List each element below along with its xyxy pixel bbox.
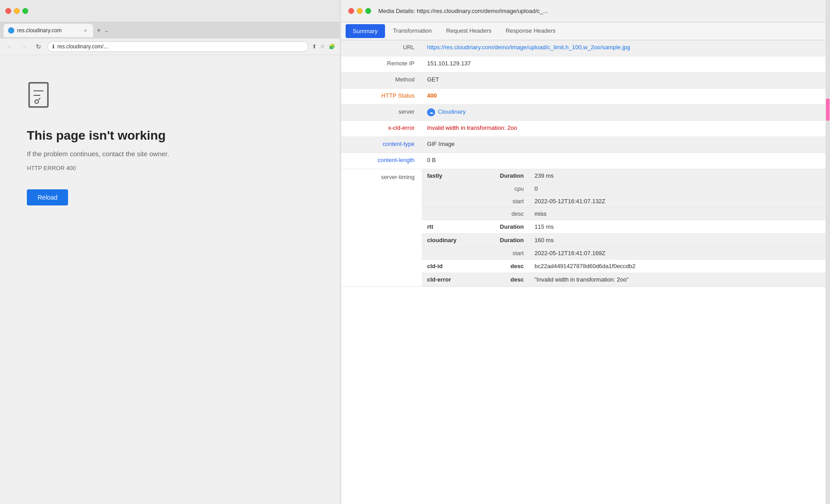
- traffic-lights: [5, 8, 28, 14]
- st-fastly-desc: desc miss: [422, 208, 830, 220]
- st-val-desc1: miss: [529, 209, 830, 219]
- forward-button[interactable]: →: [19, 41, 30, 52]
- devtools-tab-bar: Summary Transformation Request Headers R…: [341, 22, 830, 40]
- st-key-start1: start: [475, 196, 529, 206]
- row-value-server: ☁ Cloudinary: [422, 105, 830, 120]
- extensions-icon[interactable]: 🧩: [329, 43, 335, 50]
- url-bar[interactable]: ℹ res.cloudinary.com/...: [47, 41, 308, 52]
- table-row: Remote IP 151.101.129.137: [341, 56, 830, 73]
- row-value-http-status: 400: [422, 89, 830, 104]
- st-val-rtt-duration: 115 ms: [529, 221, 830, 233]
- browser-window: 🌐 res.cloudinary.com × + ⌄ ← → ↻ ℹ res.c…: [0, 0, 340, 504]
- error-title: This page isn't working: [27, 128, 313, 143]
- devtools-close-button[interactable]: [348, 8, 354, 14]
- tab-transformation[interactable]: Transformation: [386, 22, 439, 40]
- devtools-title: Media Details: https://res.cloudinary.co…: [378, 8, 548, 14]
- table-row: content-length 0 B: [341, 153, 830, 169]
- devtools-panel: Media Details: https://res.cloudinary.co…: [340, 0, 830, 504]
- row-label-server-timing: server-timing: [341, 169, 422, 184]
- st-key-cpu: cpu: [475, 184, 529, 194]
- scrollbar[interactable]: [826, 0, 830, 504]
- st-name-cld-error: cld-error: [422, 273, 475, 286]
- svg-line-4: [39, 98, 40, 100]
- svg-point-3: [35, 100, 39, 103]
- row-label-content-length: content-length: [341, 153, 422, 169]
- devtools-traffic-lights: [348, 8, 371, 14]
- row-label-remote-ip: Remote IP: [341, 56, 422, 72]
- table-row: server ☁ Cloudinary: [341, 105, 830, 121]
- scrollbar-handle[interactable]: [826, 98, 830, 121]
- row-value-xcld-error: Invalid width in transformation: 2oo: [422, 121, 830, 137]
- minimize-button[interactable]: [14, 8, 20, 14]
- tab-response-headers[interactable]: Response Headers: [499, 22, 563, 40]
- reload-button[interactable]: ↻: [33, 41, 44, 52]
- st-val-cld-id: bc22ad4491427878d60d6da1f0eccdb2: [529, 260, 830, 272]
- st-name-cloudinary: cloudinary: [422, 234, 475, 246]
- st-cld-error: cld-error desc "Invalid width in transfo…: [422, 273, 830, 286]
- maximize-button[interactable]: [22, 8, 28, 14]
- browser-tab[interactable]: 🌐 res.cloudinary.com ×: [4, 24, 93, 37]
- table-row: URL https://res.cloudinary.com/demo/imag…: [341, 40, 830, 56]
- address-bar: ← → ↻ ℹ res.cloudinary.com/... ⬆ ☆ 🧩: [0, 38, 340, 55]
- st-fastly-name: fastly Duration 239 ms: [422, 169, 830, 183]
- error-page: This page isn't working If the problem c…: [0, 64, 340, 223]
- st-val-cld-duration: 160 ms: [529, 234, 830, 246]
- tab-request-headers[interactable]: Request Headers: [439, 22, 499, 40]
- tab-summary[interactable]: Summary: [346, 24, 385, 38]
- devtools-maximize-button[interactable]: [365, 8, 371, 14]
- st-val-cld-start: 2022-05-12T16:41:07.169Z: [529, 248, 830, 258]
- tab-bar: 🌐 res.cloudinary.com × + ⌄: [0, 22, 340, 38]
- new-tab-button[interactable]: +: [95, 26, 103, 34]
- st-key-cld-error: desc: [475, 273, 529, 286]
- back-button[interactable]: ←: [4, 41, 15, 52]
- st-key-rtt-duration: Duration: [475, 221, 529, 233]
- table-row: HTTP Status 400: [341, 89, 830, 105]
- st-fastly-cpu: cpu 0: [422, 183, 830, 195]
- row-label-method: Method: [341, 73, 422, 88]
- devtools-minimize-button[interactable]: [357, 8, 363, 14]
- row-label-content-type: content-type: [341, 137, 422, 153]
- st-name-cld-id: cld-id: [422, 260, 475, 272]
- st-val-cpu: 0: [529, 184, 830, 194]
- st-key-desc1: desc: [475, 209, 529, 219]
- browser-titlebar: [0, 0, 340, 22]
- info-icon: ℹ: [52, 43, 55, 50]
- st-fastly-start: start 2022-05-12T16:41:07.132Z: [422, 195, 830, 208]
- st-val-start1: 2022-05-12T16:41:07.132Z: [529, 196, 830, 206]
- tab-chevron-button[interactable]: ⌄: [104, 27, 109, 34]
- error-page-icon: [27, 82, 54, 113]
- url-text: res.cloudinary.com/...: [57, 43, 108, 50]
- cloudinary-label: Cloudinary: [438, 108, 466, 115]
- st-val-cld-error: "Invalid width in transformation: 2oo": [529, 273, 830, 286]
- st-key-cld-start: start: [475, 248, 529, 258]
- tab-favicon: 🌐: [8, 27, 14, 34]
- row-value-content-type: GIF Image: [422, 137, 830, 153]
- st-cloudinary-start: start 2022-05-12T16:41:07.169Z: [422, 247, 830, 260]
- url-link[interactable]: https://res.cloudinary.com/demo/image/up…: [427, 44, 630, 51]
- st-name-fastly: fastly: [422, 170, 475, 182]
- table-row: x-cld-error Invalid width in transformat…: [341, 121, 830, 137]
- st-val-duration1: 239 ms: [529, 170, 830, 182]
- bookmark-icon[interactable]: ☆: [320, 43, 325, 50]
- st-key-cld-duration: Duration: [475, 234, 529, 246]
- tab-close-button[interactable]: ×: [82, 27, 89, 34]
- row-label-http-status: HTTP Status: [341, 89, 422, 104]
- close-button[interactable]: [5, 8, 11, 14]
- st-key-duration1: Duration: [475, 170, 529, 182]
- st-name-rtt: rtt: [422, 221, 475, 233]
- tab-label: res.cloudinary.com: [17, 27, 62, 34]
- st-cloudinary-name: cloudinary Duration 160 ms: [422, 234, 830, 247]
- server-timing-data: fastly Duration 239 ms cpu 0 start 2022-…: [422, 169, 830, 286]
- reload-page-button[interactable]: Reload: [27, 189, 68, 205]
- row-label-url: URL: [341, 40, 422, 56]
- share-icon[interactable]: ⬆: [312, 43, 317, 50]
- devtools-titlebar: Media Details: https://res.cloudinary.co…: [341, 0, 830, 22]
- error-subtitle: If the problem continues, contact the si…: [27, 150, 313, 158]
- error-code: HTTP ERROR 400: [27, 165, 313, 171]
- detail-table: URL https://res.cloudinary.com/demo/imag…: [341, 40, 830, 504]
- st-key-cld-id: desc: [475, 260, 529, 272]
- st-rtt-name: rtt Duration 115 ms: [422, 220, 830, 234]
- cloudinary-icon: ☁: [427, 108, 435, 116]
- row-value-method: GET: [422, 73, 830, 88]
- table-row-server-timing: server-timing fastly Duration 239 ms cpu…: [341, 169, 830, 287]
